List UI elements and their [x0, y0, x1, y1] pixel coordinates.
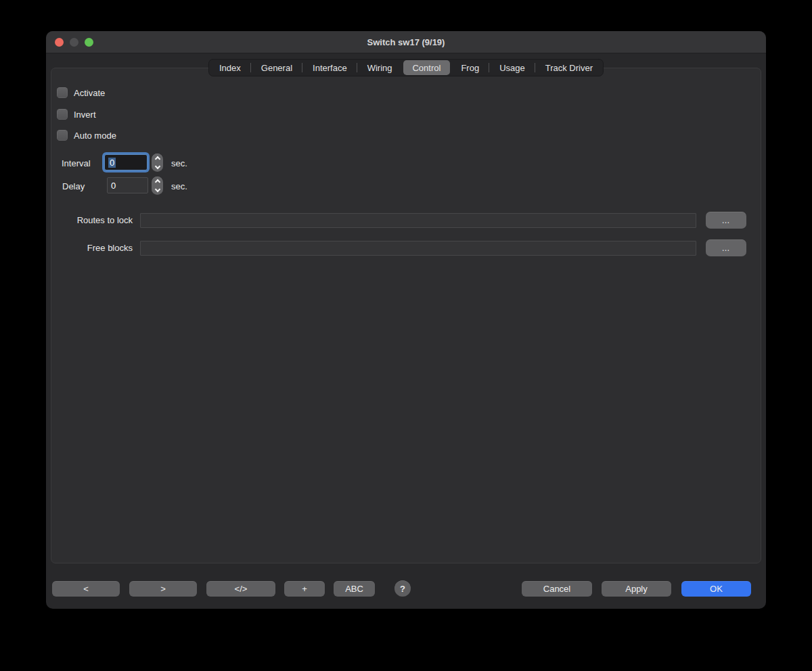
switch-dialog-window: Switch sw17 (9/19) Index General Interfa… [46, 31, 766, 609]
tab-frog[interactable]: Frog [451, 60, 489, 75]
close-button[interactable] [55, 38, 64, 47]
stepper-up-icon [154, 156, 160, 162]
interval-label: Interval [62, 158, 91, 170]
free-blocks-label: Free blocks [51, 242, 133, 254]
tab-bar: Index General Interface Wiring Control F… [208, 59, 604, 76]
tab-label: General [261, 63, 292, 73]
interval-stepper[interactable] [152, 154, 163, 172]
tab-label: Index [219, 63, 241, 73]
tab-interface[interactable]: Interface [303, 60, 357, 75]
interval-value: 0 [108, 158, 116, 168]
invert-label: Invert [74, 110, 96, 120]
tab-general[interactable]: General [252, 60, 302, 75]
stepper-down-icon [154, 164, 160, 169]
invert-checkbox[interactable] [57, 109, 68, 120]
auto-mode-label: Auto mode [74, 131, 116, 141]
activate-checkbox[interactable] [57, 87, 68, 98]
prev-button[interactable]: < [52, 581, 120, 597]
delay-stepper[interactable] [152, 177, 163, 195]
apply-button[interactable]: Apply [602, 581, 671, 597]
window-title: Switch sw17 (9/19) [46, 37, 766, 47]
code-button[interactable]: </> [206, 581, 275, 597]
minimize-button [70, 38, 78, 47]
zoom-button[interactable] [85, 38, 93, 47]
traffic-lights [55, 31, 93, 53]
help-button[interactable]: ? [394, 580, 411, 597]
delay-input[interactable]: 0 [107, 177, 148, 193]
ok-button[interactable]: OK [681, 581, 751, 597]
tab-track-driver[interactable]: Track Driver [536, 60, 602, 75]
delay-label: Delay [62, 181, 85, 193]
tab-usage[interactable]: Usage [490, 60, 535, 75]
add-button[interactable]: + [284, 581, 325, 597]
abc-button[interactable]: ABC [334, 581, 375, 597]
ellipsis-icon: … [722, 244, 731, 253]
tab-label: Control [412, 63, 441, 73]
control-tab-panel: Activate Invert Auto mode Interval 0 sec… [51, 68, 761, 563]
free-blocks-browse-button[interactable]: … [706, 239, 746, 256]
routes-browse-button[interactable]: … [706, 212, 746, 229]
activate-label: Activate [74, 88, 105, 98]
ellipsis-icon: … [722, 216, 731, 225]
tab-label: Interface [313, 63, 347, 73]
auto-mode-row: Auto mode [57, 129, 116, 141]
titlebar: Switch sw17 (9/19) [46, 31, 766, 53]
routes-to-lock-input[interactable] [140, 213, 696, 228]
tab-label: Track Driver [545, 63, 593, 73]
interval-unit: sec. [171, 158, 187, 170]
next-button[interactable]: > [129, 581, 197, 597]
tab-label: Usage [499, 63, 525, 73]
delay-value: 0 [111, 181, 116, 191]
auto-mode-checkbox[interactable] [57, 130, 68, 141]
tab-control[interactable]: Control [403, 60, 450, 75]
tab-wiring[interactable]: Wiring [358, 60, 402, 75]
invert-row: Invert [57, 108, 96, 120]
tab-label: Wiring [367, 63, 392, 73]
interval-input[interactable]: 0 [104, 154, 148, 170]
free-blocks-input[interactable] [140, 241, 696, 256]
delay-unit: sec. [171, 181, 187, 193]
stepper-up-icon [154, 179, 160, 185]
tab-label: Frog [461, 63, 479, 73]
tab-index[interactable]: Index [210, 60, 250, 75]
routes-to-lock-label: Routes to lock [51, 214, 133, 227]
cancel-button[interactable]: Cancel [522, 581, 592, 597]
activate-row: Activate [57, 87, 105, 99]
stepper-down-icon [154, 187, 160, 192]
